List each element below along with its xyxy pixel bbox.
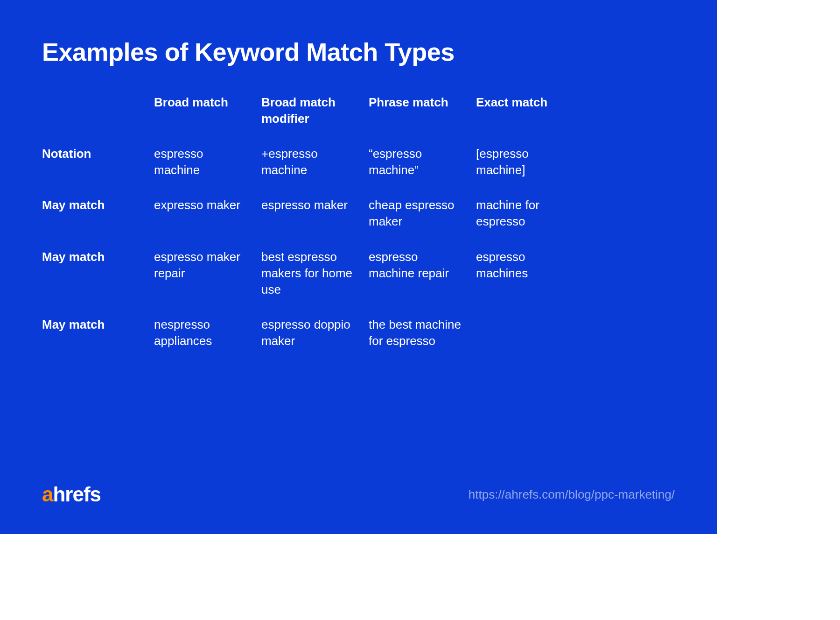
row-label-notation: Notation <box>42 146 154 178</box>
cell-may3-broad: nespresso appliances <box>154 317 261 349</box>
cell-may3-exact <box>476 317 579 349</box>
cell-may3-broad-mod: espresso doppio maker <box>261 317 369 349</box>
cell-may2-exact: espresso machines <box>476 249 579 298</box>
cell-may1-broad: expresso maker <box>154 197 261 230</box>
ahrefs-logo: ahrefs <box>42 483 101 506</box>
logo-rest: hrefs <box>53 483 101 506</box>
col-header-exact: Exact match <box>476 94 579 127</box>
col-header-broad: Broad match <box>154 94 261 127</box>
cell-may3-phrase: the best machine for espresso <box>369 317 476 349</box>
row-label-may3: May match <box>42 317 154 349</box>
info-card: Examples of Keyword Match Types Broad ma… <box>0 0 717 534</box>
row-label-may2: May match <box>42 249 154 298</box>
cell-notation-phrase: “espresso machine” <box>369 146 476 178</box>
cell-notation-broad: espresso machine <box>154 146 261 178</box>
footer: ahrefs https://ahrefs.com/blog/ppc-marke… <box>42 483 675 506</box>
cell-may2-broad: espresso maker repair <box>154 249 261 298</box>
cell-notation-broad-mod: +espresso machine <box>261 146 369 178</box>
col-header-empty <box>42 94 154 127</box>
cell-notation-exact: [espresso machine] <box>476 146 579 178</box>
cell-may1-phrase: cheap espresso maker <box>369 197 476 230</box>
cell-may2-phrase: espresso machine repair <box>369 249 476 298</box>
page-title: Examples of Keyword Match Types <box>42 37 675 66</box>
match-types-table: Broad match Broad match modifier Phrase … <box>42 94 675 349</box>
col-header-broad-mod: Broad match modifier <box>261 94 369 127</box>
cell-may1-exact: machine for espresso <box>476 197 579 230</box>
source-url: https://ahrefs.com/blog/ppc-marketing/ <box>469 487 675 502</box>
row-label-may1: May match <box>42 197 154 230</box>
cell-may1-broad-mod: espresso maker <box>261 197 369 230</box>
cell-may2-broad-mod: best espresso makers for home use <box>261 249 369 298</box>
logo-letter-a: a <box>42 483 53 506</box>
col-header-phrase: Phrase match <box>369 94 476 127</box>
